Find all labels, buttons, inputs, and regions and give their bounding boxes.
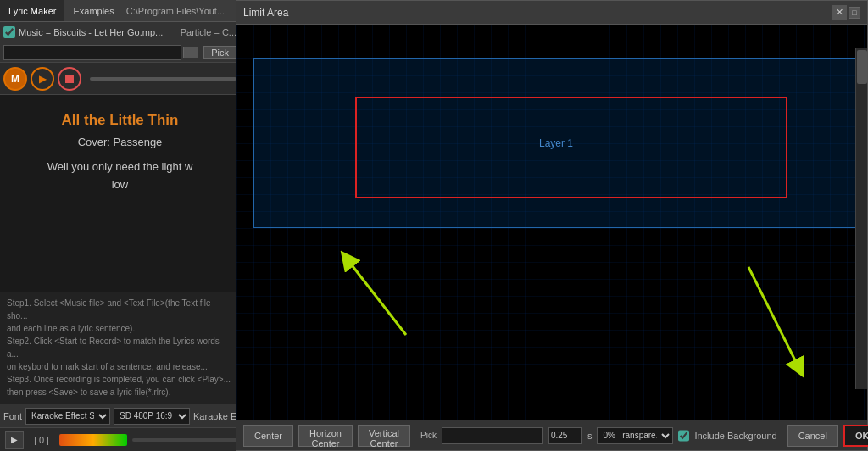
pick-label-bottom: Pick [420, 431, 437, 440]
canvas-area: Layer 1 [236, 25, 867, 420]
center-button[interactable]: Center [243, 425, 293, 447]
time-unit: s [587, 431, 593, 441]
include-bg-label: Include Background [694, 431, 776, 441]
vertical-center-button[interactable]: Vertical Center [358, 425, 410, 447]
horizon-center-button[interactable]: Horizon Center [298, 425, 353, 447]
ok-button[interactable]: OK [843, 425, 868, 447]
disappear-input[interactable]: Disappear - Random [442, 427, 543, 444]
dialog-window: Limit Area ✕ □ Layer 1 [236, 0, 868, 451]
cancel-button[interactable]: Cancel [787, 425, 838, 447]
svg-line-1 [347, 259, 406, 335]
dialog-close-button[interactable]: ✕ [832, 5, 847, 20]
main-container: Lyric Maker Examples C:\Program Files\Yo… [0, 0, 868, 451]
scroll-thumb [857, 50, 867, 84]
arrow-left-icon [338, 242, 440, 343]
dialog-titlebar: Limit Area ✕ □ [236, 1, 867, 25]
arrow-right-icon [715, 259, 816, 386]
include-bg-checkbox[interactable] [678, 430, 689, 442]
selection-rect[interactable] [355, 97, 787, 198]
dialog-title: Limit Area [243, 7, 832, 19]
svg-line-3 [748, 267, 799, 369]
right-scrollbar[interactable] [855, 48, 867, 389]
dialog-bottom: Center Horizon Center Vertical Center Pi… [236, 420, 867, 450]
transparency-select[interactable]: 0% Transpare... [597, 427, 673, 444]
dialog-overlay: Limit Area ✕ □ Layer 1 [0, 0, 868, 451]
time-input[interactable] [548, 427, 582, 444]
dialog-resize-button[interactable]: □ [849, 7, 860, 19]
